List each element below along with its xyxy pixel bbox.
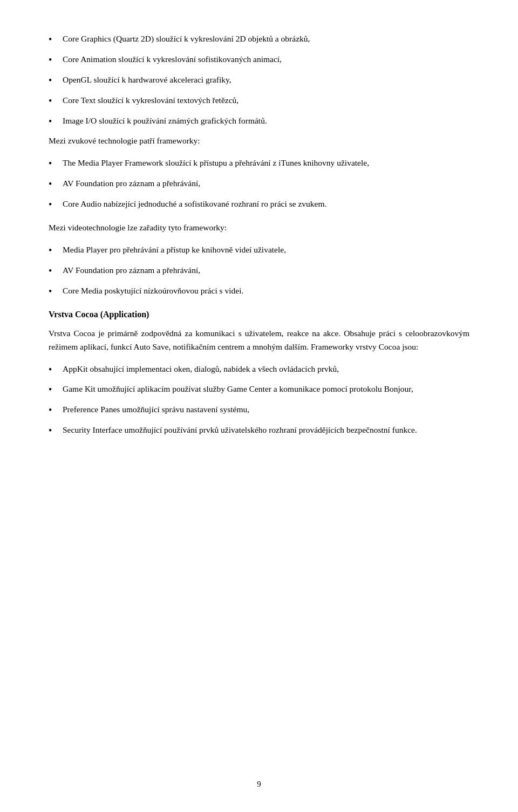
cocoa-list: • AppKit obsahující implementaci oken, d… [49, 363, 469, 439]
list-item: • Core Audio nabízející jednoduché a sof… [49, 197, 469, 213]
bullet-icon: • [49, 94, 60, 109]
list-item: • AV Foundation pro záznam a přehrávání, [49, 264, 469, 279]
zvukove-section: Mezi zvukové technologie patří framework… [49, 134, 469, 212]
list-item: • Core Graphics (Quartz 2D) sloužící k v… [49, 32, 469, 47]
bullet-icon: • [49, 32, 60, 47]
video-list: • Media Player pro přehrávání a přístup … [49, 243, 469, 299]
list-item: • Image I/O sloužící k používání známých… [49, 114, 469, 129]
list-item-text: Core Text sloužící k vykreslování textov… [63, 94, 469, 107]
video-intro: Mezi videotechnologie lze zařadity tyto … [49, 221, 469, 235]
list-item: • Game Kit umožňující aplikacím používat… [49, 383, 469, 398]
list-item: • Security Interface umožňující používán… [49, 424, 469, 439]
list-item-text: Core Media poskytující nízkoúrovňovou pr… [63, 284, 469, 298]
bullet-icon: • [49, 403, 60, 418]
content: • Core Graphics (Quartz 2D) sloužící k v… [49, 32, 469, 439]
bullet-icon: • [49, 73, 60, 88]
list-item: • OpenGL sloužící k hardwarové akcelerac… [49, 73, 469, 88]
bullet-icon: • [49, 177, 60, 192]
list-item: • Core Text sloužící k vykreslování text… [49, 94, 469, 109]
list-item: • The Media Player Framework sloužící k … [49, 156, 469, 172]
list-item-text: Game Kit umožňující aplikacím používat s… [63, 383, 469, 396]
list-item-text: AV Foundation pro záznam a přehrávání, [63, 177, 469, 190]
cocoa-section: Vrstva Cocoa (Application) Vrstva Cocoa … [49, 308, 469, 439]
zvukove-list: • The Media Player Framework sloužící k … [49, 156, 469, 213]
list-item-text: AppKit obsahující implementaci oken, dia… [63, 363, 469, 376]
list-item-text: Core Audio nabízející jednoduché a sofis… [63, 197, 469, 211]
list-item-text: Core Animation sloužící k vykreslování s… [63, 53, 469, 66]
page: • Core Graphics (Quartz 2D) sloužící k v… [0, 0, 518, 812]
list-item: • Preference Panes umožňující správu nas… [49, 403, 469, 418]
list-item-text: AV Foundation pro záznam a přehrávání, [63, 264, 469, 277]
list-item: • Core Animation sloužící k vykreslování… [49, 53, 469, 68]
bullet-icon: • [49, 114, 60, 129]
bullet-icon: • [49, 424, 60, 439]
list-item: • AppKit obsahující implementaci oken, d… [49, 363, 469, 378]
bullet-icon: • [49, 284, 60, 299]
bullet-icon: • [49, 197, 60, 213]
bullet-icon: • [49, 264, 60, 279]
zvukove-intro: Mezi zvukové technologie patří framework… [49, 134, 469, 148]
bullet-icon: • [49, 53, 60, 68]
list-item: • Core Media poskytující nízkoúrovňovou … [49, 284, 469, 299]
list-item-text: Image I/O sloužící k používání známých g… [63, 114, 469, 128]
list-item: • Media Player pro přehrávání a přístup … [49, 243, 469, 258]
page-number: 9 [257, 777, 261, 790]
list-item-text: Security Interface umožňující používání … [63, 424, 469, 437]
list-item-text: The Media Player Framework sloužící k př… [63, 156, 469, 170]
bullet-icon: • [49, 243, 60, 258]
list-item-text: Core Graphics (Quartz 2D) sloužící k vyk… [63, 32, 469, 46]
bullet-icon: • [49, 156, 60, 172]
list-item-text: Media Player pro přehrávání a přístup ke… [63, 243, 469, 257]
cocoa-paragraph: Vrstva Cocoa je primárně zodpovědná za k… [49, 327, 469, 354]
list-item: • AV Foundation pro záznam a přehrávání, [49, 177, 469, 192]
bullet-icon: • [49, 363, 60, 378]
list-item-text: Preference Panes umožňující správu nasta… [63, 403, 469, 417]
bullet-icon: • [49, 383, 60, 398]
cocoa-heading: Vrstva Cocoa (Application) [49, 308, 469, 322]
top-bullet-list: • Core Graphics (Quartz 2D) sloužící k v… [49, 32, 469, 129]
video-section: Mezi videotechnologie lze zařadity tyto … [49, 221, 469, 299]
list-item-text: OpenGL sloužící k hardwarové akceleraci … [63, 73, 469, 87]
